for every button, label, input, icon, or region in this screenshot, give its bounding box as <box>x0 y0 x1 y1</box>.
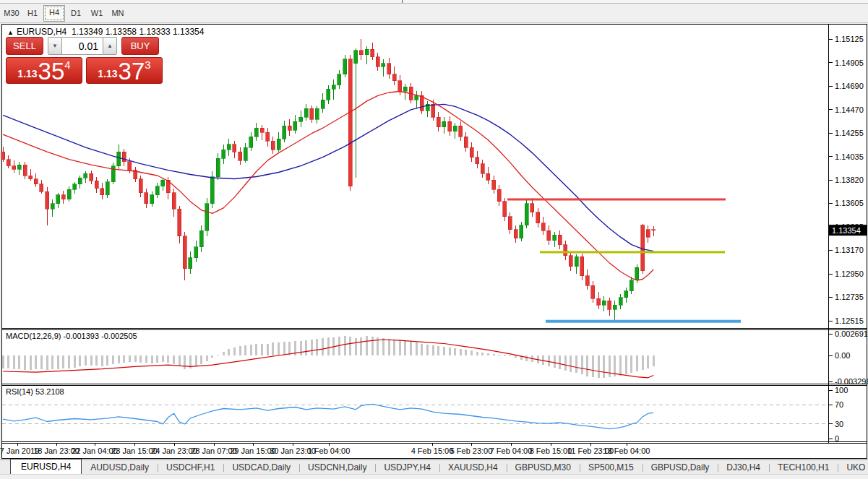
chart-title: ▲EURUSD,H4 1.13349 1.13358 1.13333 1.133… <box>7 27 204 37</box>
svg-text:0.00: 0.00 <box>835 351 850 360</box>
chart-tab-uko[interactable]: UKO <box>838 461 868 475</box>
mt4-window: M30H1H4D1W1MN 1.151251.149051.146901.144… <box>0 0 868 479</box>
symbol-arrow-icon: ▲ <box>7 29 14 36</box>
chart-tab-tech100-h1[interactable]: TECH100,H1 <box>769 461 838 475</box>
chart-tab-usdchf-h1[interactable]: USDCHF,H1 <box>158 461 223 475</box>
macd-values: -0.001393 -0.002505 <box>63 332 137 340</box>
svg-text:5 Feb 23:00: 5 Feb 23:00 <box>450 446 493 455</box>
svg-text:7 Feb 04:00: 7 Feb 04:00 <box>490 446 533 455</box>
svg-text:1.14905: 1.14905 <box>835 59 864 67</box>
svg-text:30: 30 <box>835 420 843 428</box>
svg-text:1.12950: 1.12950 <box>835 269 864 278</box>
svg-text:1.14690: 1.14690 <box>835 82 864 90</box>
svg-text:1.13354: 1.13354 <box>832 226 861 235</box>
svg-text:13 Feb 04:00: 13 Feb 04:00 <box>603 446 650 455</box>
svg-text:1.12735: 1.12735 <box>835 293 864 301</box>
svg-text:-0.003296: -0.003296 <box>835 377 868 386</box>
rsi-indicator-label: RSI(14) 53.2108 <box>6 387 64 396</box>
svg-text:1.13820: 1.13820 <box>835 176 864 184</box>
volume-increase-button[interactable]: ▲ <box>103 37 117 55</box>
sell-button[interactable]: SELL <box>6 37 43 55</box>
sell-price-prefix: 1.13 <box>17 68 37 79</box>
svg-text:4 Feb 15:00: 4 Feb 15:00 <box>411 446 454 455</box>
buy-price-pip: 3 <box>145 61 150 69</box>
chart-tab-usdjpy-h4[interactable]: USDJPY,H4 <box>375 461 439 475</box>
rsi-value: 53.2108 <box>35 387 64 396</box>
buy-price-big: 37 <box>119 62 145 81</box>
chart-tab-eurusd-h4[interactable]: EURUSD,H4 <box>10 459 82 475</box>
sell-price-big: 35 <box>38 62 65 81</box>
chart-tab-gbpusd-daily[interactable]: GBPUSD,Daily <box>643 461 718 475</box>
svg-text:8 Feb 15:00: 8 Feb 15:00 <box>530 446 572 455</box>
svg-text:1.15125: 1.15125 <box>835 35 864 43</box>
chart-ohlc-values: 1.13349 1.13358 1.13333 1.13354 <box>72 27 205 37</box>
chart-tab-usdcnh-daily[interactable]: USDCNH,Daily <box>299 461 375 475</box>
svg-text:1.14255: 1.14255 <box>835 129 864 137</box>
svg-text:1.14035: 1.14035 <box>835 152 864 161</box>
chart-area: 1.151251.149051.146901.144701.142551.140… <box>1 24 867 458</box>
sell-price-pip: 4 <box>64 61 70 69</box>
sell-price-box[interactable]: 1.13 35 4 <box>6 57 82 84</box>
macd-indicator-label: MACD(12,26,9) -0.001393 -0.002505 <box>6 332 137 340</box>
one-click-trading-panel: SELL ▼ ▲ BUY 1.13 35 4 1.13 37 3 <box>6 37 165 84</box>
svg-text:1.13170: 1.13170 <box>835 246 864 254</box>
chart-tab-sp500-m15[interactable]: SP500,M15 <box>580 461 643 475</box>
svg-text:100: 100 <box>835 386 848 394</box>
chevron-up-icon: ▲ <box>107 43 113 49</box>
chart-symbol: EURUSD,H4 <box>17 27 66 37</box>
chart-tab-xauusd-h4[interactable]: XAUUSD,H4 <box>439 461 507 475</box>
status-strip <box>0 474 868 479</box>
buy-button[interactable]: BUY <box>121 37 159 55</box>
svg-text:0.002691: 0.002691 <box>835 329 868 338</box>
chart-tab-usdcad-daily[interactable]: USDCAD,Daily <box>223 461 299 475</box>
svg-text:1.14470: 1.14470 <box>835 105 864 114</box>
svg-text:1 Feb 04:00: 1 Feb 04:00 <box>308 446 351 455</box>
buy-price-box[interactable]: 1.13 37 3 <box>86 57 163 84</box>
svg-text:1.12515: 1.12515 <box>835 316 864 325</box>
volume-decrease-button[interactable]: ▼ <box>48 37 62 55</box>
svg-text:1.13605: 1.13605 <box>835 199 864 207</box>
svg-text:0: 0 <box>835 434 839 443</box>
buy-price-prefix: 1.13 <box>98 68 117 79</box>
chart-tab-dj30-h4[interactable]: DJ30,H4 <box>718 461 769 475</box>
svg-text:70: 70 <box>835 400 843 409</box>
chart-tab-bar: EURUSD,H4AUDUSD,DailyUSDCHF,H1USDCAD,Dai… <box>0 459 868 475</box>
chart-tab-gbpusd-m30[interactable]: GBPUSD,M30 <box>507 461 580 475</box>
volume-input[interactable] <box>62 37 103 55</box>
chevron-down-icon: ▼ <box>52 43 58 49</box>
chart-tab-audusd-daily[interactable]: AUDUSD,Daily <box>82 461 158 475</box>
